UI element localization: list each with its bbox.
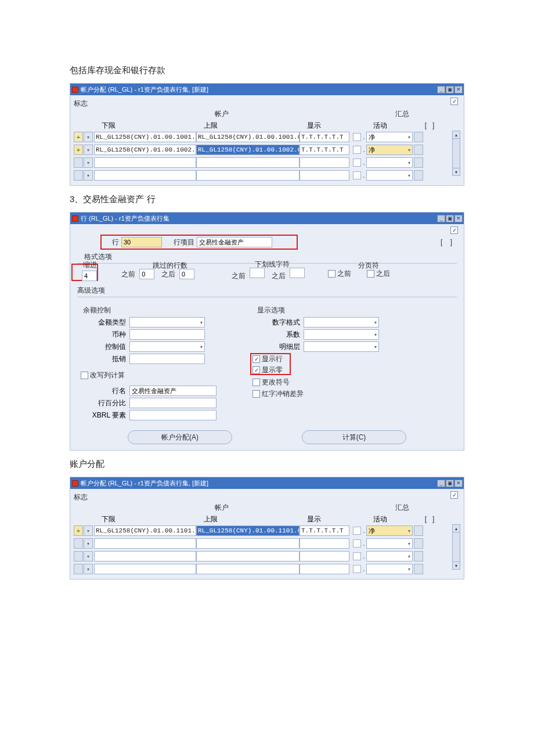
upper-cell[interactable]: RL_GL1258(CNY).01.00.1002.00. [196, 145, 300, 155]
pb-before-check[interactable]: 之前 [328, 269, 351, 279]
row-dropdown[interactable]: ▾ [84, 157, 93, 168]
row-checkbox[interactable] [353, 539, 361, 548]
upper-cell[interactable] [196, 538, 300, 549]
row-expand-button[interactable] [74, 551, 83, 561]
scrollbar-1[interactable]: ▴ ▾ [452, 131, 460, 182]
row-checkbox[interactable] [353, 565, 361, 573]
scroll-down-icon-3[interactable]: ▾ [452, 561, 460, 570]
activity-cell[interactable] [366, 538, 413, 549]
row-checkbox[interactable] [353, 146, 361, 154]
close-button[interactable]: ✕ [454, 86, 463, 93]
activity-cell[interactable] [366, 564, 413, 574]
row-expand-button[interactable]: + [74, 132, 83, 142]
lower-cell[interactable] [94, 170, 196, 181]
scroll-up-icon[interactable]: ▴ [452, 131, 460, 139]
row-checkbox[interactable] [353, 171, 361, 179]
lower-cell[interactable] [94, 551, 196, 561]
row-checkbox[interactable] [353, 133, 361, 141]
activity-cell[interactable]: 净 [366, 145, 413, 155]
restore-button[interactable]: ▣ [446, 86, 454, 93]
minimize-button-2[interactable]: _ [437, 215, 445, 222]
lower-cell[interactable]: RL_GL1258(CNY).01.00.1101.00. [94, 525, 196, 536]
scrollbar-3[interactable]: ▴ ▾ [452, 524, 460, 575]
item-input[interactable]: 交易性金融资产 [197, 237, 272, 247]
override-calc-check[interactable]: 改写列计算 [81, 370, 125, 380]
red-diff-check[interactable]: 红字冲销差异 [252, 389, 304, 399]
show-row-check[interactable]: 显示行 [252, 354, 283, 364]
row-expand-button[interactable]: + [74, 145, 83, 155]
row-expand-button[interactable] [74, 564, 83, 574]
activity-cell[interactable] [366, 157, 413, 168]
show-cell[interactable]: T.T.T.T.T.T [300, 525, 349, 536]
row-expand-button[interactable]: + [74, 525, 83, 536]
top-checkbox-3[interactable]: ✓ [450, 491, 458, 499]
minimize-button-3[interactable]: _ [437, 480, 445, 487]
row-name-input[interactable]: 交易性金融资产 [129, 386, 217, 396]
activity-cell[interactable] [366, 551, 413, 561]
detail-input[interactable] [304, 341, 379, 352]
lower-cell[interactable]: RL_GL1258(CNY).01.00.1001.00. [94, 132, 196, 142]
row-detail-button[interactable] [414, 157, 423, 168]
amount-type-input[interactable] [129, 317, 205, 327]
activity-cell[interactable] [366, 170, 413, 181]
row-dropdown[interactable]: ▾ [84, 525, 93, 536]
restore-button-2[interactable]: ▣ [446, 215, 454, 222]
scroll-down-icon[interactable]: ▾ [452, 168, 460, 176]
row-detail-button[interactable] [414, 132, 423, 142]
row-detail-button[interactable] [414, 551, 423, 561]
show-cell[interactable]: T.T.T.T.T.T [300, 145, 349, 155]
row-detail-button[interactable] [414, 525, 423, 536]
row-dropdown[interactable]: ▾ [84, 132, 93, 142]
account-assign-button[interactable]: 帐户分配(A) [128, 430, 232, 444]
row-checkbox[interactable] [353, 527, 361, 535]
lower-cell[interactable] [94, 538, 196, 549]
upper-cell[interactable] [196, 564, 300, 574]
upper-cell[interactable] [196, 551, 300, 561]
show-cell[interactable] [300, 538, 349, 549]
activity-cell[interactable]: 净 [366, 525, 413, 536]
lower-cell[interactable]: RL_GL1258(CNY).01.00.1002.00. [94, 145, 196, 155]
show-cell[interactable] [300, 564, 349, 574]
upper-cell[interactable]: RL_GL1258(CNY).01.00.1101.00. [196, 525, 300, 536]
calc-button[interactable]: 计算(C) [302, 430, 406, 444]
row-dropdown[interactable]: ▾ [84, 564, 93, 574]
xbrl-input[interactable] [129, 410, 217, 420]
upper-cell[interactable]: RL_GL1258(CNY).01.00.1001.00. [196, 132, 300, 142]
activity-cell[interactable]: 净 [366, 132, 413, 142]
scroll-up-icon-3[interactable]: ▴ [452, 524, 460, 532]
minimize-button[interactable]: _ [437, 86, 445, 93]
row-detail-button[interactable] [414, 538, 423, 549]
lower-cell[interactable] [94, 157, 196, 168]
row-checkbox[interactable] [353, 159, 361, 167]
row-dropdown[interactable]: ▾ [84, 538, 93, 549]
scroll-thumb-3[interactable] [452, 532, 460, 561]
show-cell[interactable] [300, 157, 349, 168]
row-expand-button[interactable] [74, 157, 83, 168]
row-dropdown[interactable]: ▾ [84, 551, 93, 561]
ctrl-value-input[interactable] [129, 341, 205, 352]
row-input[interactable]: 30 [121, 237, 162, 247]
row-dropdown[interactable]: ▾ [84, 145, 93, 155]
close-button-3[interactable]: ✕ [454, 480, 463, 487]
show-cell[interactable] [300, 551, 349, 561]
offset-input[interactable] [129, 354, 205, 364]
row-detail-button[interactable] [414, 564, 423, 574]
top-checkbox-2[interactable]: ✓ [450, 226, 458, 234]
show-zero-check[interactable]: 显示零 [252, 365, 283, 375]
upper-cell[interactable] [196, 170, 300, 181]
row-expand-button[interactable] [74, 538, 83, 549]
lower-cell[interactable] [94, 564, 196, 574]
close-button-2[interactable]: ✕ [454, 215, 463, 222]
row-dropdown[interactable]: ▾ [84, 170, 93, 181]
scroll-thumb[interactable] [452, 139, 460, 168]
change-sign-check[interactable]: 更改符号 [252, 377, 290, 387]
factor-input[interactable] [304, 329, 379, 340]
row-detail-button[interactable] [414, 145, 423, 155]
show-cell[interactable] [300, 170, 349, 181]
row-expand-button[interactable] [74, 170, 83, 181]
indent-input[interactable]: 4 [82, 271, 97, 281]
row-pct-input[interactable] [129, 398, 217, 408]
currency-input[interactable] [129, 329, 205, 340]
row-checkbox[interactable] [353, 552, 361, 560]
upper-cell[interactable] [196, 157, 300, 168]
